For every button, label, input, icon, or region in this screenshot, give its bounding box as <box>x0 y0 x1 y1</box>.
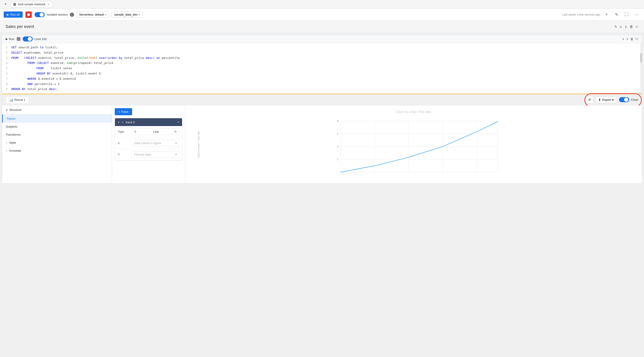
code-line: 5 FROM tickit.sales <box>2 66 642 71</box>
fullscreen-button[interactable]: ⛶ <box>623 11 630 18</box>
x-chevron-icon[interactable]: ▾ <box>176 142 177 145</box>
trace-expand-icon[interactable]: ∨ <box>118 121 120 124</box>
annotate-expand-icon: > <box>6 149 7 152</box>
cell-up-button[interactable]: ∧ <box>620 25 622 29</box>
toolbar-right: Last saved: a few seconds ago + ✎ ⛶ ⋯ <box>562 11 640 18</box>
add-cell-button[interactable]: + <box>603 11 610 18</box>
code-line: 3FROM (SELECT eventid, total_price, ntil… <box>2 56 642 61</box>
y-value[interactable]: Choose data... ▾ <box>132 151 179 158</box>
trace-wave-icon: ∿ <box>122 121 124 124</box>
scroll-indicator[interactable] <box>640 43 642 94</box>
line-number: 4 <box>2 61 11 65</box>
cell-up-button-2[interactable]: ∧ <box>622 37 624 41</box>
trace-card-header: ∨ ∿ trace 0 × <box>115 118 182 126</box>
code-line: 2SELECT eventname, total_price <box>2 50 642 56</box>
add-trace-button[interactable]: + Trace <box>115 108 132 115</box>
more-button[interactable]: ⋯ <box>633 11 640 18</box>
structure-header: ∨ Structure <box>2 105 112 115</box>
line-number: 3 <box>2 56 11 60</box>
svg-text:2: 2 <box>337 158 338 161</box>
code-cell: ▶ Run Limit 100 ∧ ∨ 🗑 #2 1SET search_pat <box>2 35 642 184</box>
code-editor[interactable]: 1SET search_path to tickit;2SELECT event… <box>2 43 642 94</box>
refresh-button[interactable]: ↺ <box>586 96 593 103</box>
session-label: Isolated session <box>46 13 68 16</box>
chart-panel: ∨ Structure Traces Subplots Transforms <box>2 105 642 183</box>
plot-title[interactable]: Click to enter Plot title <box>185 105 642 114</box>
session-toggle[interactable] <box>34 12 45 17</box>
cell-down-button-2[interactable]: ∨ <box>626 37 628 41</box>
scroll-thumb <box>640 53 642 62</box>
limit-toggle[interactable] <box>23 37 33 42</box>
code-area-wrapper: 1SET search_path to tickit;2SELECT event… <box>2 43 642 94</box>
x-value[interactable]: Data inlined in figure ▾ <box>132 140 179 146</box>
result-actions: ↺ ⬆ Export ▾ Chart <box>586 96 638 103</box>
structure-panel: ∨ Structure Traces Subplots Transforms <box>2 105 112 183</box>
nav-item-annotate[interactable]: > Annotate <box>2 147 112 155</box>
result-section: 📊 Result 1 ↺ ⬆ Export ▾ <box>2 94 642 183</box>
notebook: Sales per event ✎ ∧ ∨ 🗑 #1 ▶ Run Limit 1… <box>0 21 644 357</box>
dataset-dropdown[interactable]: sample_data_dev ▾ <box>112 12 143 18</box>
line-number: 7 <box>2 77 11 81</box>
result-tab-label: Result 1 <box>14 98 26 102</box>
trace-title: trace 0 <box>126 121 135 124</box>
chart-area: Click to enter Plot title Click to enter… <box>185 105 642 183</box>
x-placeholder: Data inlined in figure <box>134 141 161 145</box>
cell-down-button[interactable]: ∨ <box>624 25 627 29</box>
cell-number-2: #2 <box>635 37 638 41</box>
nav-item-traces[interactable]: Traces <box>2 115 112 123</box>
y-label: Y <box>118 153 132 156</box>
nav-item-transforms[interactable]: Transforms <box>2 131 112 139</box>
refresh-icon: ↺ <box>588 98 591 102</box>
play-icon: ▶ <box>7 13 9 16</box>
cell-delete-button[interactable]: 🗑 <box>630 25 633 29</box>
stop-button[interactable] <box>26 12 32 18</box>
export-label: Export <box>602 98 611 102</box>
stop-icon <box>28 14 30 16</box>
run-all-button[interactable]: ▶ Run all <box>4 12 23 18</box>
result-tab-icon: 📊 <box>9 98 13 102</box>
export-chevron-icon: ▾ <box>612 98 614 102</box>
trace-field-y: Y Choose data... ▾ <box>115 149 182 160</box>
svg-text:8: 8 <box>337 120 338 122</box>
gear-icon[interactable]: ⚙ <box>174 130 177 133</box>
cell-edit-button[interactable]: ✎ <box>614 25 617 29</box>
main-toolbar: ▶ Run all Isolated session i Serverless:… <box>0 9 644 21</box>
cell-delete-button-2[interactable]: 🗑 <box>630 37 634 41</box>
info-icon[interactable]: i <box>70 13 74 17</box>
type-value[interactable]: ∿ Line ⚙ <box>132 128 179 135</box>
line-number: 5 <box>2 66 11 71</box>
y-placeholder: Choose data... <box>134 153 154 156</box>
export-button[interactable]: ⬆ Export ▾ <box>596 97 617 103</box>
run-button[interactable]: ▶ Run <box>6 37 14 41</box>
result-tab[interactable]: 📊 Result 1 <box>6 97 29 103</box>
y-chevron-icon[interactable]: ▾ <box>176 153 177 156</box>
nav-item-style[interactable]: > Style <box>2 139 112 147</box>
x-label: X <box>118 141 132 145</box>
line-content: SET search_path to tickit; <box>11 45 642 50</box>
code-line: 4 FROM (SELECT eventid, sum(pricepaid) t… <box>2 61 642 66</box>
trace-card: ∨ ∿ trace 0 × Type ∿ Line ⚙ <box>115 118 182 161</box>
structure-chevron-icon: ∨ <box>6 108 8 112</box>
line-number: 1 <box>2 45 11 50</box>
trace-close-button[interactable]: × <box>177 120 179 124</box>
serverless-dropdown[interactable]: Serverless: default ▾ <box>77 12 109 18</box>
result-toolbar: 📊 Result 1 ↺ ⬆ Export ▾ <box>2 94 642 105</box>
run-play-icon: ▶ <box>6 37 8 41</box>
cell-stop-button[interactable] <box>17 37 20 41</box>
chart-toggle[interactable] <box>619 97 629 102</box>
line-number: 2 <box>2 51 11 55</box>
structure-nav: Traces Subplots Transforms > Style <box>2 115 112 155</box>
chart-svg-container: 8 6 4 2 <box>192 117 642 176</box>
trace-area: + Trace ∨ ∿ trace 0 × Type <box>112 105 185 183</box>
upload-icon: ⬆ <box>598 98 601 102</box>
line-content: WHERE Q.eventid = E.eventid <box>11 77 642 81</box>
style-expand-icon: > <box>6 141 7 144</box>
nav-item-subplots[interactable]: Subplots <box>2 123 112 131</box>
edit-button[interactable]: ✎ <box>613 11 620 18</box>
new-tab-button[interactable]: + <box>3 2 8 7</box>
tab-close-button[interactable]: × <box>48 3 50 6</box>
notebook-tab[interactable]: 📓 tickit-sample-notebook × <box>10 1 52 8</box>
type-label: Type <box>118 130 132 133</box>
svg-text:6: 6 <box>337 133 338 135</box>
trace-field-type: Type ∿ Line ⚙ <box>115 126 182 138</box>
